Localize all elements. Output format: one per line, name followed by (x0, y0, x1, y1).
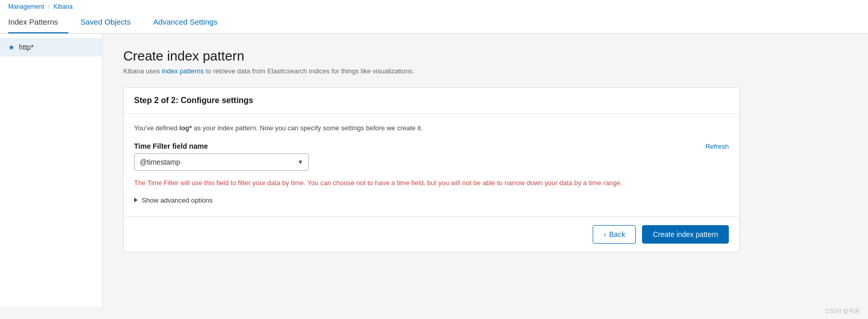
timestamp-select-wrapper: @timestamp No date field ▼ (134, 153, 309, 171)
index-pattern-bold: log* (179, 124, 192, 132)
defined-text: You've defined log* as your index patter… (134, 124, 729, 132)
card-body: You've defined log* as your index patter… (124, 114, 739, 216)
index-patterns-link[interactable]: index patterns (162, 67, 204, 75)
breadcrumb-separator: / (48, 3, 49, 10)
main-content: Create index pattern Kibana uses index p… (103, 34, 868, 307)
top-nav: Management / Kibana Index Patterns Saved… (0, 0, 868, 34)
refresh-link[interactable]: Refresh (705, 143, 729, 150)
breadcrumb-management[interactable]: Management (8, 3, 44, 10)
tab-index-patterns[interactable]: Index Patterns (8, 11, 68, 33)
nav-tabs: Index Patterns Saved Objects Advanced Se… (8, 11, 860, 33)
breadcrumb-kibana[interactable]: Kibana (53, 3, 72, 10)
field-label-text: Time Filter field name (134, 142, 208, 150)
breadcrumb: Management / Kibana (8, 0, 860, 11)
show-advanced-label: Show advanced options (142, 196, 213, 204)
card-header: Step 2 of 2: Configure settings (124, 88, 739, 114)
settings-card: Step 2 of 2: Configure settings You've d… (123, 87, 740, 252)
sidebar-item-label: http* (19, 43, 34, 51)
tab-saved-objects[interactable]: Saved Objects (81, 11, 141, 33)
show-advanced-options[interactable]: Show advanced options (134, 196, 729, 204)
sidebar-item-http[interactable]: ★ http* (0, 38, 102, 56)
triangle-icon (134, 197, 138, 203)
star-icon: ★ (8, 43, 15, 51)
page-subtitle: Kibana uses index patterns to retrieve d… (123, 67, 847, 75)
card-footer: ‹ Back Create index pattern (124, 216, 739, 252)
chevron-left-icon: ‹ (603, 230, 606, 238)
filter-info-text: The Time Filter will use this field to f… (134, 178, 699, 188)
step-label: Step 2 of 2: Configure settings (134, 96, 253, 105)
timestamp-select[interactable]: @timestamp No date field (134, 153, 309, 171)
sidebar: ★ http* (0, 34, 103, 307)
page-title: Create index pattern (123, 48, 847, 64)
field-label-row: Time Filter field name Refresh (134, 142, 729, 150)
back-button[interactable]: ‹ Back (593, 225, 636, 244)
tab-advanced-settings[interactable]: Advanced Settings (153, 11, 228, 33)
layout: ★ http* Create index pattern Kibana uses… (0, 34, 868, 307)
create-index-pattern-button[interactable]: Create index pattern (642, 225, 729, 244)
back-label: Back (609, 230, 625, 238)
